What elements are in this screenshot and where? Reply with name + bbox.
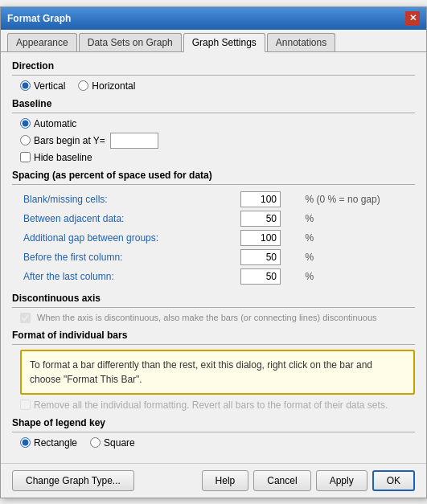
- bars-begin-radio-label[interactable]: Bars begin at Y=: [20, 135, 105, 146]
- spacing-input-cell-1: [237, 209, 302, 228]
- title-bar: Format Graph ✕: [1, 7, 426, 30]
- spacing-input-1[interactable]: [240, 211, 281, 227]
- spacing-unit-2: %: [302, 228, 415, 248]
- direction-section: Direction Vertical Horizontal: [12, 60, 415, 92]
- automatic-radio-label[interactable]: Automatic: [20, 118, 76, 129]
- vertical-radio[interactable]: [20, 80, 31, 91]
- spacing-label-1: Between adjacent data:: [20, 209, 237, 228]
- baseline-body: Automatic Bars begin at Y= Hide baseline: [12, 113, 415, 163]
- ok-button[interactable]: OK: [372, 470, 415, 491]
- table-row: After the last column: %: [20, 267, 415, 286]
- tab-annotations[interactable]: Annotations: [267, 33, 335, 51]
- spacing-unit-1: %: [302, 209, 415, 228]
- help-button[interactable]: Help: [202, 470, 249, 491]
- spacing-input-4[interactable]: [240, 268, 281, 285]
- spacing-label-0: Blank/missing cells:: [20, 190, 237, 209]
- baseline-title: Baseline: [12, 98, 415, 109]
- direction-radio-group: Vertical Horizontal: [20, 80, 415, 92]
- discontinuous-body: When the axis is discontinuous, also mak…: [12, 307, 415, 323]
- legend-title: Shape of legend key: [12, 417, 415, 428]
- direction-body: Vertical Horizontal: [12, 75, 415, 92]
- discontinuous-title: Discontinuous axis: [12, 293, 415, 304]
- square-radio[interactable]: [90, 437, 101, 448]
- automatic-radio[interactable]: [20, 118, 31, 129]
- remove-formatting-checkbox[interactable]: [20, 400, 31, 410]
- tab-graph-settings[interactable]: Graph Settings: [183, 33, 265, 52]
- spacing-input-2[interactable]: [240, 230, 281, 246]
- spacing-label-3: Before the first column:: [20, 248, 237, 267]
- bars-begin-row: Bars begin at Y=: [20, 133, 415, 149]
- remove-formatting-label[interactable]: Remove all the individual formatting. Re…: [20, 400, 415, 411]
- spacing-input-cell-3: [237, 248, 302, 267]
- horizontal-label: Horizontal: [92, 80, 135, 92]
- table-row: Between adjacent data: %: [20, 209, 415, 228]
- apply-button[interactable]: Apply: [316, 470, 367, 491]
- spacing-unit-4: %: [302, 267, 415, 286]
- vertical-radio-label[interactable]: Vertical: [20, 80, 65, 92]
- spacing-input-cell-4: [237, 267, 302, 286]
- spacing-table: Blank/missing cells: % (0 % = no gap) Be…: [20, 190, 415, 286]
- remove-formatting-text: Remove all the individual formatting. Re…: [34, 400, 388, 411]
- horizontal-radio-label[interactable]: Horizontal: [78, 80, 135, 92]
- format-graph-dialog: Format Graph ✕ Appearance Data Sets on G…: [0, 6, 427, 498]
- legend-section: Shape of legend key Rectangle Square: [12, 417, 415, 449]
- table-row: Before the first column: %: [20, 248, 415, 267]
- legend-radio-group: Rectangle Square: [20, 437, 415, 449]
- automatic-label: Automatic: [34, 118, 76, 129]
- spacing-label-4: After the last column:: [20, 267, 237, 286]
- hide-baseline-check-label[interactable]: Hide baseline: [20, 152, 92, 163]
- bottom-bar: Change Graph Type... Help Cancel Apply O…: [1, 463, 426, 498]
- hide-baseline-checkbox[interactable]: [20, 152, 31, 162]
- square-label: Square: [104, 437, 135, 449]
- format-bars-section: Format of individual bars To format a ba…: [12, 330, 415, 411]
- bottom-left-buttons: Change Graph Type...: [12, 470, 134, 491]
- rectangle-radio[interactable]: [20, 437, 31, 448]
- bars-begin-label: Bars begin at Y=: [34, 135, 105, 146]
- spacing-label-2: Additional gap between groups:: [20, 228, 237, 248]
- spacing-input-cell-0: [237, 190, 302, 209]
- table-row: Blank/missing cells: % (0 % = no gap): [20, 190, 415, 209]
- discontinuous-check-label[interactable]: When the axis is discontinuous, also mak…: [20, 313, 415, 323]
- tab-bar: Appearance Data Sets on Graph Graph Sett…: [1, 30, 426, 52]
- spacing-section: Spacing (as percent of space used for da…: [12, 170, 415, 286]
- spacing-unit-0: % (0 % = no gap): [302, 190, 415, 209]
- automatic-row: Automatic: [20, 118, 415, 129]
- table-row: Additional gap between groups: %: [20, 228, 415, 248]
- cancel-button[interactable]: Cancel: [253, 470, 310, 491]
- rectangle-label: Rectangle: [34, 437, 77, 449]
- spacing-input-cell-2: [237, 228, 302, 248]
- legend-body: Rectangle Square: [12, 432, 415, 449]
- bottom-right-buttons: Help Cancel Apply OK: [202, 470, 415, 491]
- content-area: Direction Vertical Horizontal Baseline: [1, 52, 426, 463]
- spacing-input-0[interactable]: [240, 191, 281, 207]
- hide-baseline-row: Hide baseline: [20, 152, 415, 163]
- discontinuous-text: When the axis is discontinuous, also mak…: [37, 313, 377, 322]
- spacing-input-3[interactable]: [240, 249, 281, 265]
- discontinuous-checkbox[interactable]: [20, 313, 31, 323]
- format-bars-title: Format of individual bars: [12, 330, 415, 341]
- tab-datasets[interactable]: Data Sets on Graph: [79, 33, 182, 51]
- tab-appearance[interactable]: Appearance: [7, 33, 77, 51]
- format-bars-body: To format a bar differently than the res…: [12, 344, 415, 411]
- hide-baseline-label: Hide baseline: [34, 152, 92, 163]
- bars-begin-input[interactable]: [110, 133, 158, 149]
- format-info-box: To format a bar differently than the res…: [20, 350, 415, 395]
- spacing-title: Spacing (as percent of space used for da…: [12, 170, 415, 181]
- vertical-label: Vertical: [34, 80, 65, 92]
- bars-begin-radio[interactable]: [20, 135, 31, 145]
- discontinuous-section: Discontinuous axis When the axis is disc…: [12, 293, 415, 323]
- square-radio-label[interactable]: Square: [90, 437, 135, 449]
- change-graph-type-button[interactable]: Change Graph Type...: [12, 470, 134, 491]
- baseline-section: Baseline Automatic Bars begin at Y=: [12, 98, 415, 163]
- dialog-title: Format Graph: [7, 13, 71, 24]
- rectangle-radio-label[interactable]: Rectangle: [20, 437, 77, 449]
- close-button[interactable]: ✕: [405, 11, 420, 26]
- spacing-unit-3: %: [302, 248, 415, 267]
- spacing-body: Blank/missing cells: % (0 % = no gap) Be…: [12, 184, 415, 286]
- direction-title: Direction: [12, 60, 415, 72]
- horizontal-radio[interactable]: [78, 80, 88, 91]
